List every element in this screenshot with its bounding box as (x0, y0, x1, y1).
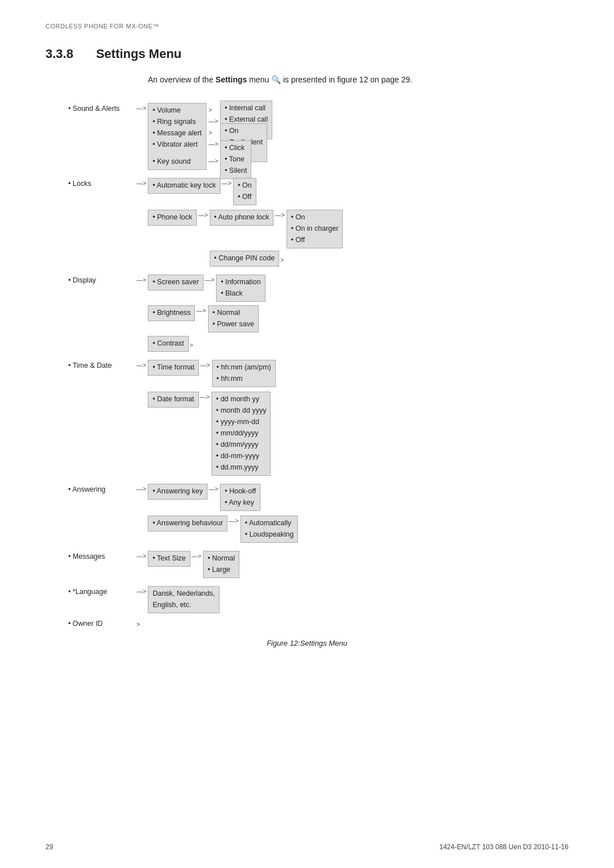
l0-time-date: Time & Date (68, 362, 112, 369)
l0-locks: Locks (68, 180, 92, 188)
answering-behaviour-box: • Answering behaviour (148, 516, 227, 531)
arrow-sound-alerts: —> (136, 105, 146, 111)
arrow-answering: —> (136, 485, 146, 492)
arrow-time-date: —> (136, 362, 146, 368)
screen-saver-box: • Screen saver (148, 275, 204, 290)
answering-l1: • Answering key —> • Hook-off • Any key … (148, 484, 299, 543)
intro-text: An overview of the Settings menu 🔍 is pr… (148, 74, 569, 86)
l0-answering: Answering (68, 485, 106, 493)
time-format-box: • Time format (148, 360, 199, 376)
footer-page: 29 (45, 843, 53, 851)
text-size-box: • Text Size (148, 551, 190, 567)
brightness-opts: • Normal • Power save (208, 305, 259, 333)
arrow-display: —> (136, 276, 146, 283)
time-format-opts: • hh:mm (am/pm) • hh:mm (212, 360, 276, 387)
footer-doc: 1424-EN/LZT 103 088 Uen D3 2010-11-16 (439, 843, 569, 851)
phone-lock-box: • Phone lock (148, 210, 197, 226)
date-format-box: • Date format (148, 392, 198, 408)
group-owner-id: Owner ID > (68, 619, 569, 628)
arrow-locks: —> (136, 180, 146, 186)
section-heading: 3.3.8 Settings Menu (45, 47, 569, 64)
time-date-l1: • Time format —> • hh:mm (am/pm) • hh:mm… (148, 360, 276, 476)
group-language: *Language —> Dansk, Nederlands, English,… (68, 586, 569, 613)
group-locks: Locks —> • Automatic key lock —> • On • … (68, 178, 569, 267)
display-l1: • Screen saver —> • Information • Black … (148, 275, 266, 352)
l0-owner-id: Owner ID (68, 620, 103, 628)
answering-key-box: • Answering key (148, 484, 207, 500)
change-pin-box: • Change PIN code (210, 251, 280, 267)
answering-key-opts: • Hook-off • Any key (220, 484, 260, 511)
arrow-language: —> (136, 588, 146, 595)
locks-l1: • Automatic key lock —> • On • Off • Pho… (148, 178, 344, 267)
page: Cordless Phone for MX-ONE™ 3.3.8 Setting… (0, 0, 614, 868)
sound-alerts-box: • Volume • Ring signals • Message alert … (148, 103, 206, 170)
contrast-box: • Contrast (148, 336, 188, 352)
auto-phone-lock-box: • Auto phone lock (210, 210, 274, 226)
l0-messages: Messages (68, 553, 105, 560)
answering-behaviour-opts: • Automatically • Loudspeaking (240, 516, 298, 543)
sound-alerts-l1: • Volume • Ring signals • Message alert … (148, 103, 207, 170)
breadcrumb: Cordless Phone for MX-ONE™ (45, 23, 569, 30)
phone-lock-sub: • Auto phone lock —> • On • On in charge… (210, 210, 345, 267)
sound-alerts-arrows: > —> • Internal call • External call • C… (209, 103, 273, 165)
screen-saver-opts: • Information • Black (216, 275, 265, 302)
arrow-messages: —> (136, 553, 146, 559)
group-time-date: Time & Date —> • Time format —> • hh:mm … (68, 360, 569, 476)
group-messages: Messages —> • Text Size —> • Normal • La… (68, 551, 569, 578)
section-title: Settings Menu (96, 47, 181, 61)
key-sound-box: • Click • Tone • Silent (220, 140, 251, 179)
l0-language: *Language (68, 588, 107, 596)
menu-diagram: Sound & Alerts —> • Volume • Ring signal… (68, 103, 569, 628)
brightness-box: • Brightness (148, 305, 195, 321)
text-size-opts: • Normal • Large (203, 551, 239, 578)
auto-phone-lock-opts: • On • On in charger • Off (287, 210, 343, 248)
auto-key-lock-box: • Automatic key lock (148, 178, 220, 194)
group-sound-alerts: Sound & Alerts —> • Volume • Ring signal… (68, 103, 569, 170)
group-display: Display —> • Screen saver —> • Informati… (68, 275, 569, 352)
l0-display: Display (68, 276, 96, 284)
messages-l1: • Text Size —> • Normal • Large (148, 551, 240, 578)
section-number: 3.3.8 (45, 47, 73, 61)
footer: 29 1424-EN/LZT 103 088 Uen D3 2010-11-16 (0, 843, 614, 851)
l0-sound-alerts: Sound & Alerts (68, 105, 120, 113)
language-box: Dansk, Nederlands, English, etc. (148, 586, 219, 613)
auto-key-lock-opts: • On • Off (233, 178, 256, 205)
group-answering: Answering —> • Answering key —> • Hook-o… (68, 484, 569, 543)
arrow-owner-id: > (136, 621, 140, 628)
date-format-opts: • dd month yy • month dd yyyy • yyyy-mm-… (211, 392, 271, 476)
figure-caption: Figure 12:Settings Menu (45, 639, 569, 647)
